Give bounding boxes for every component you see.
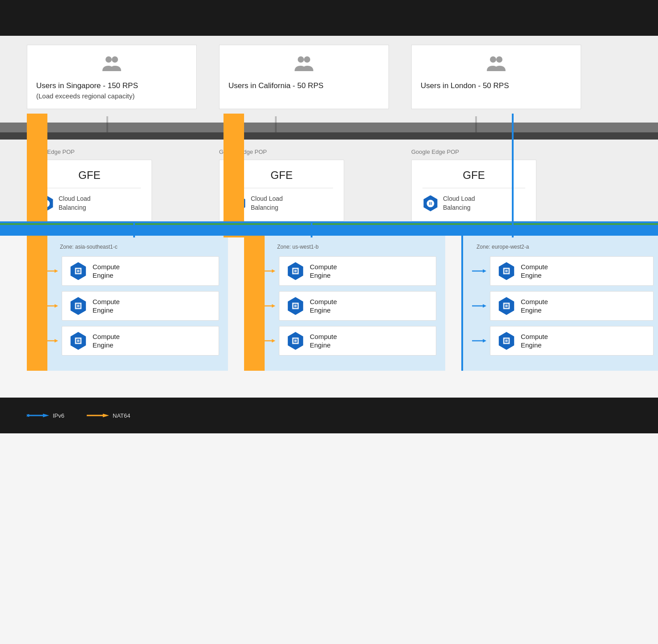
legend-bar: IPv6 NAT64 [0,398,658,433]
zone-europe: Zone: europe-west2-a [461,236,658,371]
svg-rect-50 [505,339,508,342]
svg-point-3 [304,56,310,63]
svg-point-1 [112,56,118,63]
ce-wrapper-uswest-3: ComputeEngine [253,326,436,356]
svg-point-4 [490,56,496,63]
compute-label-europe-3: ComputeEngine [521,332,548,350]
edge-pop-california: Google Edge POP GFE Cloud LoadBalancing [219,148,389,221]
bottom-spacer [0,371,658,398]
london-label: Users in London - 50 RPS [421,81,572,90]
singapore-label: Users in Singapore - 150 RPS [36,81,187,90]
svg-marker-27 [272,304,275,308]
ce-wrapper-europe-1: ComputeEngine [470,256,654,286]
compute-engine-icon-europe-2 [498,297,515,315]
svg-marker-37 [483,269,486,273]
zone-label-europe: Zone: europe-west2-a [477,244,654,250]
compute-label-europe-2: ComputeEngine [521,297,548,315]
legend-blue-label: IPv6 [53,412,64,419]
ce-wrapper-uswest-1: ComputeEngine [253,256,436,286]
compute-engine-icon-asia-1 [69,262,87,280]
svg-rect-30 [294,305,297,307]
svg-point-5 [496,56,502,63]
clb-label-california: Cloud LoadBalancing [251,195,283,212]
compute-label-uswest-2: ComputeEngine [310,297,337,315]
compute-engine-icon-europe-3 [498,332,515,350]
ce-wrapper-asia-2: ComputeEngine [36,291,219,321]
edge-pop-label-california: Google Edge POP [219,148,389,155]
compute-card-uswest-1: ComputeEngine [279,256,436,286]
svg-marker-22 [272,269,275,273]
legend-blue: IPv6 [27,412,64,419]
svg-rect-10 [77,270,80,272]
gray-band [0,123,658,132]
compute-card-europe-2: ComputeEngine [490,291,654,321]
svg-marker-32 [272,339,275,343]
compute-label-uswest-1: ComputeEngine [310,263,337,280]
main-container: Users in Singapore - 150 RPS (Load excee… [0,0,658,644]
legend-orange: NAT64 [87,412,131,419]
users-row: Users in Singapore - 150 RPS (Load excee… [0,36,658,116]
svg-rect-20 [77,339,80,342]
ce-wrapper-europe-2: ComputeEngine [470,291,654,321]
user-card-california: Users in California - 50 RPS [219,45,389,109]
clb-label-singapore: Cloud LoadBalancing [59,195,91,212]
ce-wrapper-asia-1: ComputeEngine [36,256,219,286]
compute-engine-icon-asia-3 [69,332,87,350]
compute-label-asia-2: ComputeEngine [93,297,120,315]
blue-band [0,221,658,236]
zone-uswest: Zone: us-west1-b [244,236,445,371]
compute-label-asia-3: ComputeEngine [93,332,120,350]
singapore-sublabel: (Load exceeds regional capacity) [36,92,187,100]
svg-rect-35 [294,339,297,342]
users-icon [101,54,123,76]
compute-label-uswest-3: ComputeEngine [310,332,337,350]
svg-marker-52 [43,414,49,417]
compute-card-asia-3: ComputeEngine [62,326,219,356]
compute-engine-icon-europe-1 [498,262,515,280]
svg-marker-7 [55,269,58,273]
gfe-title-london: GFE [422,169,525,182]
compute-label-asia-1: ComputeEngine [93,263,120,280]
zones-row: Zone: asia-southeast1-c [0,236,658,371]
svg-rect-45 [505,305,508,307]
edge-pop-singapore: Google Edge POP GFE Cloud LoadBalancing [27,148,197,221]
ce-wrapper-europe-3: ComputeEngine [470,326,654,356]
top-bar [0,0,658,36]
svg-rect-15 [77,305,80,307]
clb-label-london: Cloud LoadBalancing [443,195,475,212]
zone-asia: Zone: asia-southeast1-c [27,236,228,371]
compute-label-europe-1: ComputeEngine [521,263,548,280]
svg-rect-25 [294,270,297,272]
legend-orange-label: NAT64 [113,412,131,419]
gfe-card-london: GFE Cloud LoadBalancing [411,160,536,221]
compute-card-asia-1: ComputeEngine [62,256,219,286]
compute-card-europe-3: ComputeEngine [490,326,654,356]
svg-marker-56 [103,414,109,417]
edge-pop-london: Google Edge POP GFE Cloud LoadBalancing [411,148,581,221]
compute-engine-icon-uswest-2 [287,297,304,315]
svg-marker-17 [55,339,58,343]
user-card-singapore: Users in Singapore - 150 RPS (Load excee… [27,45,197,109]
clb-icon-london [422,195,439,212]
ce-wrapper-asia-3: ComputeEngine [36,326,219,356]
compute-engine-icon-uswest-3 [287,332,304,350]
zone-label-asia: Zone: asia-southeast1-c [60,244,219,250]
users-icon-london [485,54,507,76]
svg-rect-40 [505,270,508,272]
gfe-title-california: GFE [230,169,333,182]
users-icon-california [293,54,315,76]
edge-pop-label-singapore: Google Edge POP [27,148,197,155]
compute-card-uswest-2: ComputeEngine [279,291,436,321]
svg-marker-12 [55,304,58,308]
zone-label-uswest: Zone: us-west1-b [277,244,436,250]
gfe-row: Google Edge POP GFE Cloud LoadBalancing … [0,140,658,221]
compute-engine-icon-uswest-1 [287,262,304,280]
svg-marker-47 [483,339,486,343]
compute-engine-icon-asia-2 [69,297,87,315]
connector-top [0,116,658,123]
california-label: Users in California - 50 RPS [228,81,380,90]
compute-card-asia-2: ComputeEngine [62,291,219,321]
svg-point-0 [105,56,112,63]
compute-card-europe-1: ComputeEngine [490,256,654,286]
user-card-london: Users in London - 50 RPS [411,45,581,109]
